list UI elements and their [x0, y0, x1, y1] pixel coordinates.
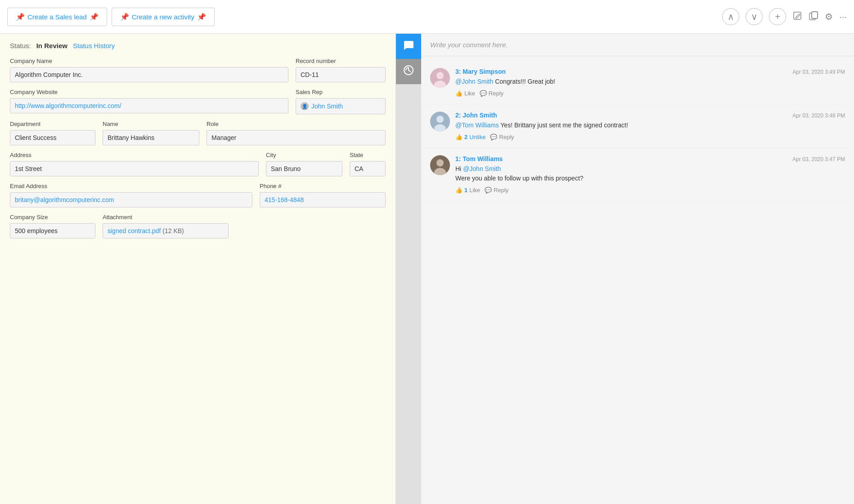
form-row-2: Company Website Sales Rep 👤 John Smith [10, 89, 386, 114]
record-number-input[interactable] [296, 67, 386, 82]
reply-icon: 💬 [480, 90, 487, 97]
email-group: Email Address [10, 183, 252, 207]
like-count: 2 [464, 134, 467, 140]
gear-icon: ⚙ [825, 11, 833, 22]
department-group: Department [10, 121, 95, 145]
department-input[interactable] [10, 130, 95, 145]
status-label: Status: [10, 42, 31, 50]
comment-item: 2: John Smith Apr 03, 2020 3:48 PM @Tom … [421, 104, 854, 148]
role-group: Role [207, 121, 386, 145]
comment-body-text-before: Hi [455, 165, 463, 172]
edit-button[interactable] [792, 11, 802, 23]
company-name-group: Company Name [10, 58, 288, 82]
chat-tab-button[interactable] [396, 34, 421, 59]
status-value: In Review [36, 42, 67, 50]
comment-body: 1: Tom Williams Apr 03, 2020 3:47 PM Hi … [455, 155, 845, 194]
chat-icon [403, 39, 414, 54]
reply-button[interactable]: 💬 Reply [485, 187, 508, 194]
status-history-link[interactable]: Status History [73, 42, 115, 50]
role-label: Role [207, 121, 386, 127]
avatar [430, 68, 450, 88]
attachment-field[interactable]: signed contract.pdf (12 KB) [103, 223, 229, 238]
comment-mention: @John Smith [455, 78, 493, 85]
comment-author: 2: John Smith [455, 112, 497, 119]
plus-icon: + [775, 12, 780, 22]
toolbar: 📌 Create a Sales lead 📌 📌 Create a new a… [0, 0, 854, 34]
address-input[interactable] [10, 161, 259, 176]
phone-label: Phone # [260, 183, 386, 189]
create-activity-label: Create a new activity [132, 13, 194, 21]
copy-button[interactable] [809, 11, 818, 23]
company-website-group: Company Website [10, 89, 288, 113]
comments-area: Write your comment here. 3: Mary Simpson… [421, 34, 854, 504]
ellipsis-icon: ··· [839, 12, 847, 22]
city-input[interactable] [266, 161, 342, 176]
left-panel: Status: In Review Status History Company… [0, 34, 396, 504]
comment-actions: 👍 Like 💬 Reply [455, 90, 845, 97]
company-website-input[interactable] [10, 98, 288, 113]
email-input[interactable] [10, 192, 252, 207]
form-row-5: Email Address Phone # [10, 183, 386, 207]
form-row-6: Company Size Attachment signed contract.… [10, 214, 386, 238]
comment-text: Hi @John Smith Were you able to follow u… [455, 164, 845, 183]
create-sales-lead-label: Create a Sales lead [27, 13, 87, 21]
thumbs-up-icon: 👍 [455, 90, 463, 97]
comment-item: 1: Tom Williams Apr 03, 2020 3:47 PM Hi … [421, 148, 854, 201]
company-size-input[interactable] [10, 223, 95, 238]
right-panel: Write your comment here. 3: Mary Simpson… [396, 34, 854, 504]
create-activity-button[interactable]: 📌 Create a new activity 📌 [112, 8, 215, 26]
role-input[interactable] [207, 130, 386, 145]
like-button[interactable]: 👍 2 Unlike [455, 134, 485, 140]
sales-rep-field[interactable]: 👤 John Smith [296, 98, 386, 114]
email-label: Email Address [10, 183, 252, 189]
comment-actions: 👍 2 Unlike 💬 Reply [455, 134, 845, 140]
comment-body: 2: John Smith Apr 03, 2020 3:48 PM @Tom … [455, 112, 845, 140]
chevron-down-icon: ∨ [751, 11, 758, 22]
thumbs-up-icon: 👍 [455, 187, 463, 194]
comment-body: 3: Mary Simpson Apr 03, 2020 3:49 PM @Jo… [455, 68, 845, 97]
avatar [430, 112, 450, 131]
like-button[interactable]: 👍 Like [455, 90, 475, 97]
attachment-size: (12 KB) [162, 227, 184, 234]
history-icon [403, 64, 414, 79]
comment-header: 3: Mary Simpson Apr 03, 2020 3:49 PM [455, 68, 845, 75]
state-input[interactable] [350, 161, 386, 176]
comment-author: 3: Mary Simpson [455, 68, 506, 75]
comment-body-text: Congrats!!! Great job! [495, 78, 555, 85]
form-section: Company Name Record number Company Websi… [10, 58, 386, 238]
history-tab-button[interactable] [396, 59, 421, 84]
record-number-group: Record number [296, 58, 386, 82]
add-button[interactable]: + [769, 8, 786, 25]
pin-icon-left: 📌 [16, 13, 25, 21]
reply-label: Reply [499, 134, 514, 140]
comment-actions: 👍 1 Like 💬 Reply [455, 187, 845, 194]
settings-button[interactable]: ⚙ [825, 11, 833, 22]
reply-button[interactable]: 💬 Reply [490, 134, 514, 140]
form-row-3: Department Name Role [10, 121, 386, 145]
copy-icon [809, 11, 818, 23]
nav-down-button[interactable]: ∨ [746, 8, 763, 25]
comment-input-placeholder[interactable]: Write your comment here. [430, 41, 845, 49]
avatar [430, 155, 450, 175]
comment-mention: @John Smith [463, 165, 501, 172]
svg-point-9 [436, 116, 444, 123]
comment-date: Apr 03, 2020 3:47 PM [792, 156, 845, 162]
name-input[interactable] [103, 130, 199, 145]
comment-date: Apr 03, 2020 3:48 PM [792, 112, 845, 119]
pin-icon-right: 📌 [90, 13, 99, 21]
nav-up-button[interactable]: ∧ [722, 8, 739, 25]
company-name-label: Company Name [10, 58, 288, 64]
svg-point-6 [436, 72, 444, 79]
name-group: Name [103, 121, 199, 145]
phone-input[interactable] [260, 192, 386, 207]
reply-button[interactable]: 💬 Reply [480, 90, 503, 97]
like-button[interactable]: 👍 1 Like [455, 187, 480, 194]
more-button[interactable]: ··· [839, 12, 847, 22]
comment-header: 2: John Smith Apr 03, 2020 3:48 PM [455, 112, 845, 119]
comment-date: Apr 03, 2020 3:49 PM [792, 69, 845, 75]
attachment-group: Attachment signed contract.pdf (12 KB) [103, 214, 229, 238]
company-name-input[interactable] [10, 67, 288, 82]
create-sales-lead-button[interactable]: 📌 Create a Sales lead 📌 [7, 8, 107, 26]
comment-input-area[interactable]: Write your comment here. [421, 34, 854, 56]
comment-body-text: Yes! Brittany just sent me the signed co… [500, 122, 628, 129]
